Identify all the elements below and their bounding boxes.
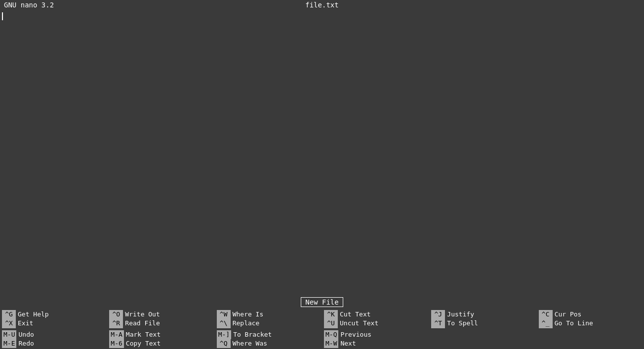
- shortcut-key-6-1: M-E: [2, 339, 16, 348]
- shortcut-item-9[interactable]: M-QPreviousM-WNext: [322, 329, 429, 349]
- shortcut-item-7[interactable]: M-AMark TextM-6Copy Text: [107, 329, 214, 349]
- shortcut-key-6-0: M-U: [2, 330, 16, 339]
- shortcut-label-3-1: Uncut Text: [340, 319, 378, 328]
- shortcut-row-3-0[interactable]: ^KCut Text: [324, 310, 427, 319]
- shortcut-key-2-0: ^W: [217, 310, 231, 319]
- shortcut-label-3-0: Cut Text: [340, 310, 371, 319]
- shortcut-key-1-1: ^R: [109, 319, 123, 328]
- shortcut-key-7-0: M-A: [109, 330, 123, 339]
- shortcut-row-8-0[interactable]: M-]To Bracket: [217, 330, 320, 339]
- shortcut-row-1-0[interactable]: ^OWrite Out: [109, 310, 212, 319]
- shortcut-row-2-0[interactable]: ^WWhere Is: [217, 310, 320, 319]
- shortcut-label-8-1: Where Was: [233, 339, 267, 348]
- shortcut-item-5[interactable]: ^CCur Pos^_Go To Line: [537, 309, 644, 329]
- shortcut-label-4-1: To Spell: [447, 319, 478, 328]
- file-name: file.txt: [216, 1, 428, 9]
- shortcut-row-7-0[interactable]: M-AMark Text: [109, 330, 212, 339]
- shortcut-row-2-1[interactable]: ^\Replace: [217, 319, 320, 328]
- shortcut-item-6[interactable]: M-UUndoM-ERedo: [0, 329, 107, 349]
- shortcut-row-6-0[interactable]: M-UUndo: [2, 330, 105, 339]
- shortcut-row-5-1[interactable]: ^_Go To Line: [539, 319, 642, 328]
- shortcut-label-8-0: To Bracket: [233, 330, 272, 339]
- shortcut-key-3-1: ^U: [324, 319, 338, 328]
- shortcut-key-2-1: ^\: [217, 319, 231, 328]
- shortcut-key-3-0: ^K: [324, 310, 338, 319]
- shortcut-label-6-1: Redo: [18, 339, 34, 348]
- shortcut-label-0-0: Get Help: [18, 310, 49, 319]
- shortcut-label-1-0: Write Out: [125, 310, 160, 319]
- shortcut-key-4-1: ^T: [431, 319, 445, 328]
- shortcut-key-5-1: ^_: [539, 319, 553, 328]
- shortcut-label-1-1: Read File: [125, 319, 160, 328]
- shortcut-row-3-1[interactable]: ^UUncut Text: [324, 319, 427, 328]
- shortcut-key-8-0: M-]: [217, 330, 231, 339]
- shortcut-row-4-1[interactable]: ^TTo Spell: [431, 319, 534, 328]
- shortcut-key-9-1: M-W: [324, 339, 338, 348]
- shortcut-row-8-1[interactable]: ^QWhere Was: [217, 339, 320, 348]
- shortcut-label-5-1: Go To Line: [555, 319, 593, 328]
- shortcut-key-0-1: ^X: [2, 319, 16, 328]
- shortcut-label-7-1: Copy Text: [126, 339, 161, 348]
- shortcut-label-5-0: Cur Pos: [555, 310, 582, 319]
- shortcut-item-0[interactable]: ^GGet Help^XExit: [0, 309, 107, 329]
- shortcut-label-6-0: Undo: [18, 330, 34, 339]
- shortcut-item-4[interactable]: ^JJustify^TTo Spell: [429, 309, 536, 329]
- text-cursor: [2, 12, 3, 20]
- shortcut-item-3[interactable]: ^KCut Text^UUncut Text: [322, 309, 429, 329]
- shortcut-row-9-0[interactable]: M-QPrevious: [324, 330, 427, 339]
- shortcut-key-7-1: M-6: [109, 339, 123, 348]
- shortcut-row-7-1[interactable]: M-6Copy Text: [109, 339, 212, 348]
- shortcut-key-1-0: ^O: [109, 310, 123, 319]
- shortcut-label-0-1: Exit: [18, 319, 33, 328]
- shortcut-item-8[interactable]: M-]To Bracket^QWhere Was: [215, 329, 322, 349]
- shortcut-row-1-1[interactable]: ^RRead File: [109, 319, 212, 328]
- shortcut-row-0-0[interactable]: ^GGet Help: [2, 310, 105, 319]
- shortcuts-grid: ^GGet Help^XExit^OWrite Out^RRead File^W…: [0, 309, 644, 349]
- shortcut-label-2-0: Where Is: [233, 310, 264, 319]
- shortcut-row-5-0[interactable]: ^CCur Pos: [539, 310, 642, 319]
- shortcut-key-0-0: ^G: [2, 310, 16, 319]
- shortcut-label-9-0: Previous: [340, 330, 371, 339]
- shortcut-key-4-0: ^J: [431, 310, 445, 319]
- shortcut-row-9-1[interactable]: M-WNext: [324, 339, 427, 348]
- editor-area[interactable]: [0, 10, 644, 296]
- shortcut-row-4-0[interactable]: ^JJustify: [431, 310, 534, 319]
- shortcut-label-4-0: Justify: [447, 310, 474, 319]
- shortcut-key-8-1: ^Q: [217, 339, 231, 348]
- app-version: GNU nano 3.2: [4, 1, 216, 9]
- bottom-bar: New File ^GGet Help^XExit^OWrite Out^RRe…: [0, 296, 644, 349]
- shortcut-label-9-1: Next: [340, 339, 356, 348]
- title-bar: GNU nano 3.2 file.txt: [0, 0, 644, 10]
- shortcut-row-0-1[interactable]: ^XExit: [2, 319, 105, 328]
- shortcut-label-2-1: Replace: [233, 319, 260, 328]
- shortcut-key-5-0: ^C: [539, 310, 553, 319]
- new-file-row: New File: [0, 296, 644, 308]
- new-file-label: New File: [301, 297, 343, 307]
- shortcut-item-2[interactable]: ^WWhere Is^\Replace: [215, 309, 322, 329]
- shortcut-label-7-0: Mark Text: [126, 330, 161, 339]
- shortcut-row-6-1[interactable]: M-ERedo: [2, 339, 105, 348]
- shortcut-item-1[interactable]: ^OWrite Out^RRead File: [107, 309, 214, 329]
- shortcut-key-9-0: M-Q: [324, 330, 338, 339]
